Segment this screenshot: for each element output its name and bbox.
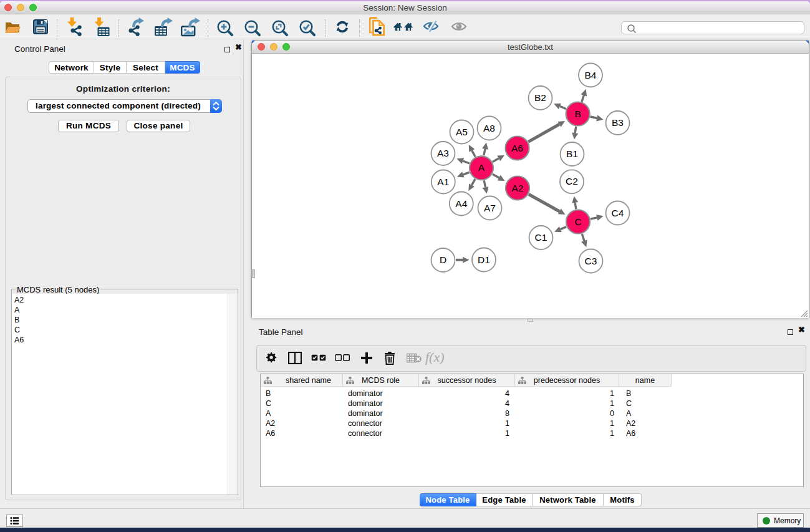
svg-text:f(x): f(x) — [425, 350, 445, 365]
svg-text:D1: D1 — [478, 254, 490, 265]
svg-text:A4: A4 — [455, 198, 467, 209]
svg-text:A6: A6 — [511, 143, 523, 153]
svg-text:A1: A1 — [437, 177, 449, 187]
svg-text:A3: A3 — [437, 148, 449, 158]
svg-text:C4: C4 — [612, 208, 624, 218]
svg-text:B2: B2 — [534, 92, 546, 103]
svg-text:B4: B4 — [585, 70, 597, 80]
svg-text:C1: C1 — [535, 232, 547, 243]
svg-text:B1: B1 — [566, 148, 578, 159]
svg-text:C3: C3 — [585, 256, 597, 266]
svg-text:B: B — [574, 109, 581, 119]
svg-text:B3: B3 — [612, 117, 624, 128]
svg-text:C2: C2 — [566, 176, 578, 186]
svg-text:A5: A5 — [456, 127, 468, 137]
svg-text:A7: A7 — [484, 203, 496, 213]
svg-text:C: C — [574, 216, 581, 227]
svg-text:A: A — [478, 162, 485, 173]
svg-text:D: D — [440, 254, 446, 265]
svg-text:A2: A2 — [512, 183, 524, 193]
svg-text:A8: A8 — [483, 123, 495, 133]
